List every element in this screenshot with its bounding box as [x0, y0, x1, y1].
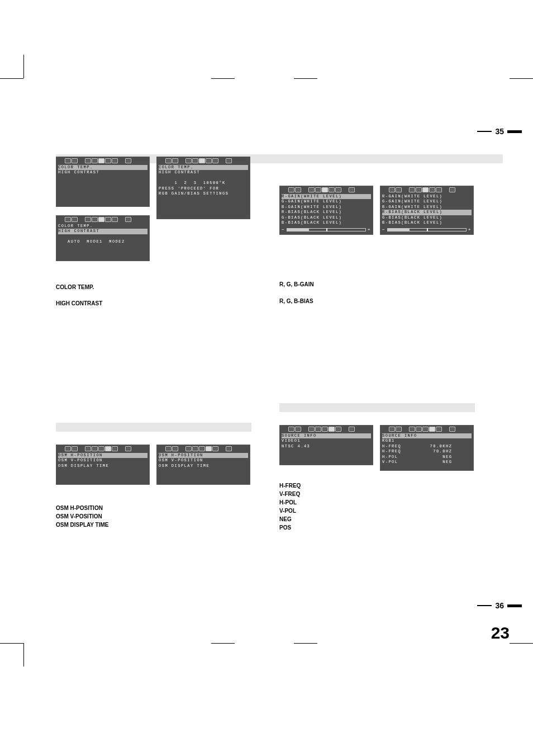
- osd-icon-selected: [422, 187, 429, 192]
- osd-line: COLOR TEMP.: [159, 165, 248, 170]
- osd-line: H-FREQ 70.0HZ: [382, 449, 472, 454]
- osd-line: RGB1: [382, 438, 472, 443]
- osd-icon: [288, 427, 294, 432]
- sun-icon: [159, 446, 165, 451]
- rule-line: [477, 131, 492, 132]
- osd-icon: [72, 446, 78, 451]
- triangle-icon: [179, 158, 185, 163]
- crop-mark: [294, 78, 317, 79]
- slider-track: [387, 228, 466, 231]
- osd-icon: [389, 427, 395, 432]
- osd-icon: [315, 427, 321, 432]
- sun-icon: [282, 427, 288, 432]
- osd-icon: [92, 158, 98, 163]
- slider-fill: [388, 229, 410, 231]
- osd-iconbar: [58, 157, 147, 165]
- osd-icon-selected: [98, 158, 104, 163]
- osd-icon: [192, 446, 198, 451]
- osd-icon: [389, 187, 395, 192]
- crop-mark: [0, 643, 23, 644]
- osd-line: OSM DISPLAY TIME: [159, 464, 248, 469]
- glossary-osm-time: OSM DISPLAY TIME: [56, 520, 108, 531]
- osd-icon: [105, 158, 111, 163]
- speaker-icon: [442, 187, 449, 192]
- osd-line: RGB GAIN/BIAS SETTINGS: [159, 191, 248, 196]
- section-bar: [56, 423, 251, 432]
- osd-icon-selected: [206, 446, 212, 451]
- osd-slider: − +: [282, 227, 371, 233]
- osd-line: OSM V-POSITION: [159, 458, 248, 463]
- sun-icon: [58, 158, 64, 163]
- osd-icon-selected: [98, 217, 104, 222]
- speaker-icon: [118, 158, 125, 163]
- osd-line: HIGH CONTRAST: [58, 170, 147, 175]
- osd-icon: [212, 158, 218, 163]
- crop-mark: [294, 643, 317, 644]
- osd-icon: [112, 158, 118, 163]
- osd-icon: [125, 158, 131, 163]
- slider-fill: [287, 229, 309, 231]
- speaker-icon: [118, 217, 125, 222]
- slider-thumb: [427, 228, 428, 231]
- sun-icon: [282, 187, 288, 192]
- osd-panel-color-temp-a: COLOR TEMP. HIGH CONTRAST: [56, 157, 150, 207]
- plus-icon: +: [468, 227, 472, 233]
- osd-line: SOURCE INFO: [282, 433, 371, 438]
- osd-icon: [416, 187, 422, 192]
- osd-line: R-BIAS(BLACK LEVEL): [382, 210, 472, 215]
- speaker-icon: [342, 427, 348, 432]
- osd-line: OSM DISPLAY TIME: [58, 464, 147, 469]
- osd-icon: [436, 187, 442, 192]
- osd-iconbar: [282, 426, 371, 433]
- speaker-icon: [118, 446, 125, 451]
- osd-line: H-FREQ 70.0KHZ: [382, 444, 472, 449]
- osd-line: SOURCE INFO: [382, 433, 472, 438]
- rule-line: [507, 604, 522, 607]
- osd-icon: [65, 158, 71, 163]
- glossary-rgb-gain: R, G, B-GAIN: [279, 280, 314, 290]
- glossary-high-contrast: HIGH CONTRAST: [56, 299, 102, 309]
- osd-line: G-GAIN(WHITE LEVEL): [282, 199, 371, 204]
- osd-iconbar: [159, 157, 248, 165]
- osd-icon: [329, 187, 335, 192]
- osd-line: VIDEO1: [282, 438, 371, 443]
- page-num-label: 36: [495, 601, 504, 610]
- osd-line: B-BIAS(BLACK LEVEL): [382, 220, 472, 225]
- osd-icon: [192, 158, 198, 163]
- osd-icon-selected: [429, 427, 435, 432]
- osd-icon: [349, 427, 355, 432]
- triangle-icon: [302, 187, 308, 192]
- minus-icon: −: [382, 227, 386, 233]
- osd-icon: [98, 446, 104, 451]
- osd-iconbar: [58, 216, 147, 224]
- osd-icon: [65, 446, 71, 451]
- osd-line: R-GAIN(WHITE LEVEL): [382, 194, 472, 199]
- sun-icon: [58, 446, 64, 451]
- speaker-icon: [342, 187, 348, 192]
- osd-icon: [349, 187, 355, 192]
- osd-icon: [308, 427, 315, 432]
- triangle-icon: [179, 446, 185, 451]
- osd-line: H-POL NEG: [382, 455, 472, 460]
- osd-line: OSM H-POSITION: [159, 453, 248, 458]
- osd-icon: [165, 158, 172, 163]
- osd-icon: [92, 217, 98, 222]
- plus-icon: +: [368, 227, 371, 233]
- crop-mark: [23, 643, 24, 667]
- osd-panel-color-temp-c: COLOR TEMP. HIGH CONTRAST 1 2 3 10500°K …: [156, 157, 250, 219]
- osd-line: B-GAIN(WHITE LEVEL): [382, 205, 472, 210]
- glossary-color-temp: COLOR TEMP.: [56, 282, 94, 293]
- crop-mark: [510, 78, 533, 79]
- osd-icon: [226, 158, 232, 163]
- crop-mark: [510, 643, 533, 644]
- osd-line: G-GAIN(WHITE LEVEL): [382, 199, 472, 204]
- osd-icon: [72, 158, 78, 163]
- osd-icon: [206, 158, 212, 163]
- osd-icon: [165, 446, 172, 451]
- triangle-icon: [78, 158, 84, 163]
- osd-icon-selected: [105, 446, 111, 451]
- osd-slider: − +: [382, 227, 472, 233]
- osd-line: R-GAIN(WHITE LEVEL): [282, 194, 371, 199]
- osd-line: OSM H-POSITION: [58, 453, 147, 458]
- speaker-icon: [219, 158, 225, 163]
